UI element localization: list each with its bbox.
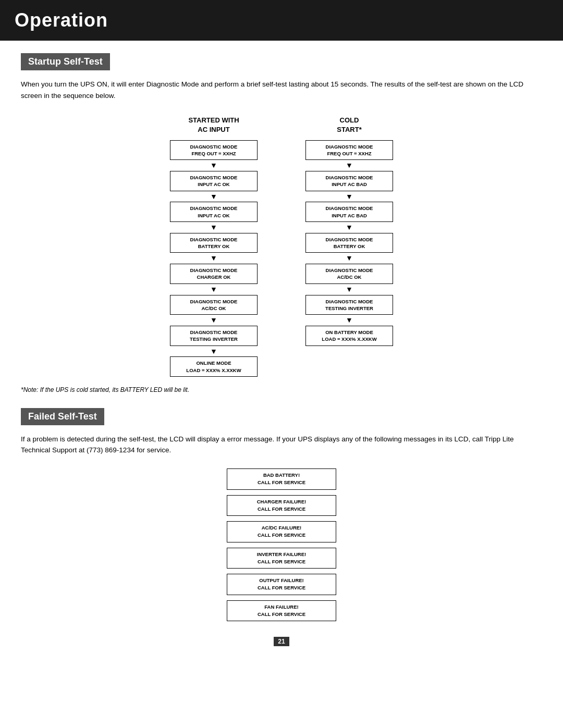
error-box-3: INVERTER FAILURE! CALL FOR SERVICE xyxy=(227,548,336,569)
col2-box-5: DIAGNOSTIC MODE TESTING INVERTER xyxy=(305,295,393,315)
col2-box-4: DIAGNOSTIC MODE AC/DC OK xyxy=(305,264,393,284)
failed-section: Failed Self-Test If a problem is detecte… xyxy=(21,408,542,621)
col1-box-4: DIAGNOSTIC MODE CHARGER OK xyxy=(170,264,258,284)
failed-intro-text: If a problem is detected during the self… xyxy=(21,434,542,456)
arrow: ▼ xyxy=(346,192,353,201)
col1-box-6: DIAGNOSTIC MODE TESTING INVERTER xyxy=(170,326,258,346)
arrow: ▼ xyxy=(210,192,217,201)
col1-box-1: DIAGNOSTIC MODE INPUT AC OK xyxy=(170,171,258,191)
col2-header: COLD START* xyxy=(337,116,361,134)
page-number-container: 21 xyxy=(21,637,542,646)
error-box-5: FAN FAILURE! CALL FOR SERVICE xyxy=(227,600,336,622)
startup-note: *Note: If the UPS is cold started, its B… xyxy=(21,386,542,393)
arrow: ▼ xyxy=(346,254,353,263)
flow-diagram: STARTED WITH AC INPUT DIAGNOSTIC MODE FR… xyxy=(21,116,542,377)
arrow: ▼ xyxy=(210,254,217,263)
startup-section-title: Startup Self-Test xyxy=(21,53,110,70)
page-title: Operation xyxy=(15,9,548,31)
arrow: ▼ xyxy=(346,223,353,232)
col2-box-2: DIAGNOSTIC MODE INPUT AC BAD xyxy=(305,202,393,222)
col1-box-5: DIAGNOSTIC MODE AC/DC OK xyxy=(170,295,258,315)
error-boxes-container: BAD BATTERY! CALL FOR SERVICE CHARGER FA… xyxy=(21,468,542,621)
error-box-4: OUTPUT FAILURE! CALL FOR SERVICE xyxy=(227,574,336,595)
arrow: ▼ xyxy=(210,223,217,232)
col2-box-1: DIAGNOSTIC MODE INPUT AC BAD xyxy=(305,171,393,191)
error-box-1: CHARGER FAILURE! CALL FOR SERVICE xyxy=(227,495,336,516)
col2-box-6: ON BATTERY MODE LOAD = XXX% X.XXKW xyxy=(305,326,393,346)
col2-box-3: DIAGNOSTIC MODE BATTERY OK xyxy=(305,233,393,253)
error-box-0: BAD BATTERY! CALL FOR SERVICE xyxy=(227,468,336,490)
col1-box-3: DIAGNOSTIC MODE BATTERY OK xyxy=(170,233,258,253)
flow-column-ac-input: STARTED WITH AC INPUT DIAGNOSTIC MODE FR… xyxy=(162,116,266,377)
col1-box-0: DIAGNOSTIC MODE FREQ OUT = XXHz xyxy=(170,140,258,161)
error-box-2: AC/DC FAILURE! CALL FOR SERVICE xyxy=(227,521,336,542)
arrow: ▼ xyxy=(346,285,353,294)
col2-box-0: DIAGNOSTIC MODE FREQ OUT = XXHz xyxy=(305,140,393,161)
arrow: ▼ xyxy=(210,347,217,356)
arrow: ▼ xyxy=(210,161,217,170)
page-header: Operation xyxy=(0,0,563,41)
arrow: ▼ xyxy=(210,285,217,294)
col1-box-2: DIAGNOSTIC MODE INPUT AC OK xyxy=(170,202,258,222)
startup-section: Startup Self-Test When you turn the UPS … xyxy=(21,53,542,393)
arrow: ▼ xyxy=(210,316,217,325)
page-number: 21 xyxy=(274,637,289,646)
arrow: ▼ xyxy=(346,161,353,170)
arrow: ▼ xyxy=(346,316,353,325)
startup-intro-text: When you turn the UPS ON, it will enter … xyxy=(21,79,542,101)
flow-column-cold-start: COLD START* DIAGNOSTIC MODE FREQ OUT = X… xyxy=(297,116,401,377)
failed-section-title: Failed Self-Test xyxy=(21,408,104,425)
col1-header: STARTED WITH AC INPUT xyxy=(188,116,239,134)
page-content: Startup Self-Test When you turn the UPS … xyxy=(0,53,563,667)
col1-box-7: ONLINE MODE LOAD = XXX% X.XXKW xyxy=(170,356,258,377)
